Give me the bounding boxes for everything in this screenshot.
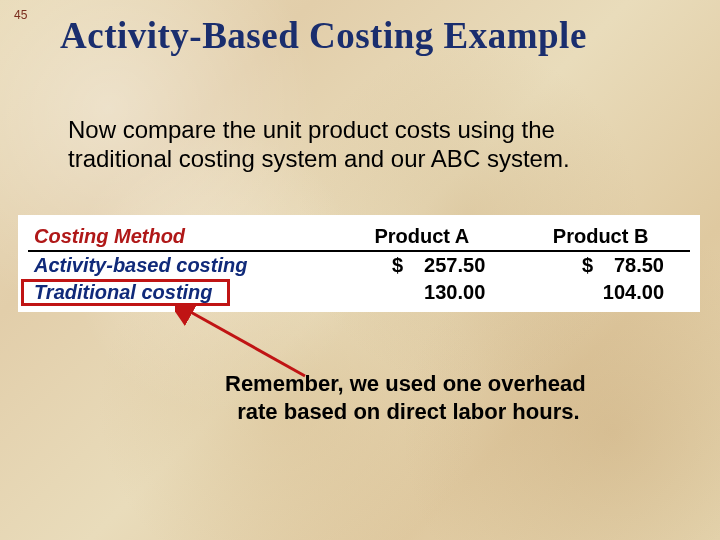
col-header-product-b: Product B bbox=[511, 223, 690, 251]
table-row: Activity-based costing $257.50 $78.50 bbox=[28, 251, 690, 279]
cell-abc-a: $257.50 bbox=[333, 251, 512, 279]
col-header-product-a: Product A bbox=[333, 223, 512, 251]
footnote: Remember, we used one overhead rate base… bbox=[225, 370, 670, 425]
footnote-line1: Remember, we used one overhead bbox=[225, 371, 586, 396]
table-header-row: Costing Method Product A Product B bbox=[28, 223, 690, 251]
page-title: Activity-Based Costing Example bbox=[60, 14, 680, 57]
footnote-line2: rate based on direct labor hours. bbox=[237, 399, 579, 424]
col-header-method: Costing Method bbox=[28, 223, 333, 251]
val-abc-b: 78.50 bbox=[614, 254, 664, 276]
cell-abc-b: $78.50 bbox=[511, 251, 690, 279]
val-trad-a: 130.00 bbox=[424, 281, 485, 303]
table-row: Traditional costing 130.00 104.00 bbox=[28, 279, 690, 306]
body-paragraph: Now compare the unit product costs using… bbox=[68, 115, 660, 174]
val-abc-a: 257.50 bbox=[424, 254, 485, 276]
svg-line-1 bbox=[187, 310, 305, 376]
cell-trad-a: 130.00 bbox=[333, 279, 512, 306]
slide-number: 45 bbox=[14, 8, 27, 22]
val-trad-b: 104.00 bbox=[603, 281, 664, 303]
row-label-traditional: Traditional costing bbox=[28, 279, 333, 306]
row-label-abc: Activity-based costing bbox=[28, 251, 333, 279]
cell-trad-b: 104.00 bbox=[511, 279, 690, 306]
cost-comparison-table: Costing Method Product A Product B Activ… bbox=[18, 215, 700, 312]
